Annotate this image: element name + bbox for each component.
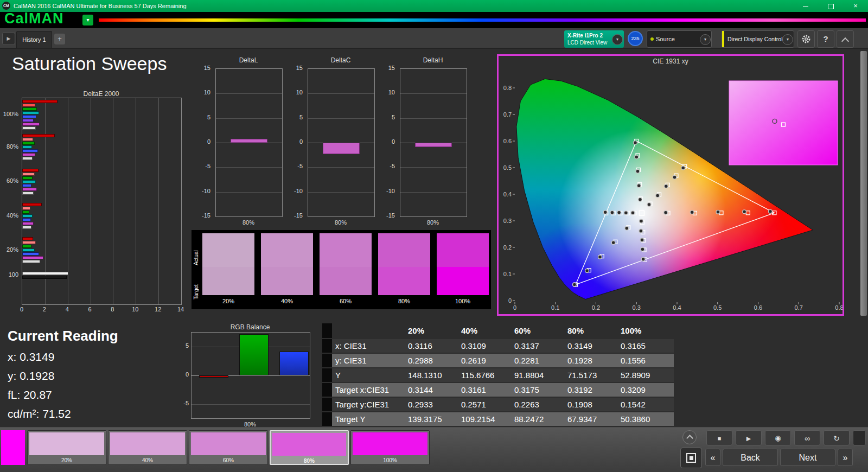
add-tab-button[interactable]: + — [54, 34, 65, 44]
deltac-bar — [323, 143, 360, 154]
deltah-y-tick: 5 — [392, 114, 395, 120]
deltae-bar — [22, 272, 68, 275]
gridline — [308, 167, 374, 168]
table-row-lead — [322, 368, 332, 382]
table-cell: 71.5173 — [567, 371, 621, 380]
pattern-button-20[interactable]: 20% — [27, 430, 106, 465]
collapse-panel-button[interactable] — [837, 30, 854, 48]
stop-button[interactable]: ■ — [706, 430, 732, 445]
svg-text:0.3: 0.3 — [633, 304, 641, 311]
pattern-count-badge[interactable]: 235 — [628, 31, 643, 46]
deltac-x-label: 80% — [308, 219, 374, 226]
table-cell: 88.2472 — [514, 414, 567, 424]
swatch-label: 60% — [320, 295, 372, 307]
cie-panel: CIE 1931 xy — [497, 54, 844, 316]
help-button[interactable]: ? — [817, 30, 834, 48]
deltal-chart — [215, 68, 283, 217]
pattern-button-80[interactable]: 80% — [270, 430, 349, 465]
deltae-bar — [22, 237, 33, 240]
source-dropdown-arrow[interactable]: ▾ — [700, 34, 711, 45]
deltah-title: DeltaH — [400, 56, 466, 64]
svg-text:0.6: 0.6 — [754, 304, 762, 311]
display-control-dropdown-arrow[interactable]: ▾ — [782, 34, 793, 45]
deltal-y-tick: -10 — [202, 188, 210, 194]
pattern-button-40[interactable]: 40% — [108, 430, 187, 465]
gridline — [113, 98, 113, 304]
tab-history-1[interactable]: History 1 — [16, 31, 52, 48]
deltae-bar — [22, 260, 40, 263]
table-row-lead — [322, 383, 332, 397]
settings-button[interactable] — [797, 30, 815, 48]
deltae-x-tick: 6 — [86, 306, 94, 312]
expand-pattern-panel-button[interactable] — [682, 430, 697, 444]
deltae-bar — [22, 276, 67, 279]
table-cell: 0.3209 — [621, 385, 674, 394]
deltae-bar — [22, 248, 35, 252]
last-page-button[interactable]: » — [838, 449, 853, 466]
table-corner — [322, 323, 332, 338]
svg-text:0.8: 0.8 — [503, 85, 512, 91]
logo-menu-button[interactable]: ▾ — [82, 15, 93, 25]
gridline — [308, 192, 374, 193]
maximize-button[interactable] — [818, 0, 843, 12]
deltae-y-axis: 100%80%60%40%20%100 — [0, 98, 21, 304]
deltae-bar — [22, 188, 37, 191]
svg-text:0.6: 0.6 — [503, 138, 512, 144]
deltae-x-tick: 0 — [17, 306, 26, 312]
pattern-button-color — [272, 433, 346, 456]
pattern-button-label: 40% — [108, 457, 187, 464]
deltah-y-tick: -10 — [386, 188, 395, 194]
table-row-label: y: CIE31 — [332, 356, 408, 365]
pattern-button-60[interactable]: 60% — [189, 430, 268, 465]
table-cell: 0.3175 — [514, 385, 567, 394]
rgb-y-tick: 0 — [186, 371, 189, 378]
minimize-button[interactable] — [793, 0, 818, 12]
deltae-bar — [22, 207, 30, 210]
gridline — [216, 93, 282, 94]
table-row-label: x: CIE31 — [332, 341, 408, 350]
window-icon-fill — [690, 456, 693, 460]
rgb-balance-chart — [191, 332, 310, 419]
swatch-label: 80% — [378, 295, 430, 307]
gridline — [216, 167, 282, 168]
pattern-button-label: 60% — [189, 457, 267, 464]
table-row: Target Y139.3175109.215488.247267.934750… — [322, 412, 674, 426]
table-cell: 115.6766 — [461, 371, 514, 380]
svg-text:0.5: 0.5 — [503, 164, 512, 171]
tab-nav-button[interactable]: ▶ — [2, 32, 15, 45]
swatch-target — [320, 267, 372, 295]
rgb-bar-green — [239, 334, 269, 375]
rgb-balance-block: RGB Balance 50-5 80% — [179, 323, 312, 430]
deltae-bar — [22, 252, 39, 256]
pattern-button-color — [110, 432, 185, 455]
meter-dropdown-arrow[interactable]: ▾ — [612, 34, 623, 45]
capture-button[interactable]: ◉ — [765, 430, 791, 445]
deltah-y-tick: 0 — [392, 138, 395, 145]
next-button[interactable]: Next — [780, 449, 835, 466]
deltae-bar — [22, 203, 42, 206]
deltae-bar — [22, 115, 36, 118]
deltae-bar — [22, 192, 34, 195]
deltae-bar — [22, 100, 58, 103]
side-panel-handle[interactable] — [860, 51, 867, 316]
deltae-bar — [22, 111, 39, 114]
play-button[interactable]: ▶ — [736, 430, 762, 445]
pattern-button-100[interactable]: 100% — [350, 430, 430, 465]
gridline — [216, 192, 282, 193]
deltae-x-tick: 2 — [40, 306, 49, 312]
svg-text:0: 0 — [508, 297, 512, 304]
first-page-button[interactable]: « — [705, 449, 720, 466]
continuous-read-button[interactable]: ∞ — [794, 430, 820, 445]
current-reading-y: y: 0.1928 — [8, 369, 54, 382]
deltae-chart-title: DeltaE 2000 — [22, 90, 181, 98]
pattern-preview — [1, 430, 25, 465]
back-button[interactable]: Back — [723, 449, 778, 466]
swatch-cell: 60% — [320, 233, 372, 307]
refresh-button[interactable]: ↻ — [824, 430, 850, 445]
deltal-title: DeltaL — [215, 56, 282, 64]
deltae-x-tick: 14 — [176, 306, 185, 312]
table-cell: 0.2571 — [461, 400, 514, 409]
rgb-y-tick: 5 — [186, 342, 189, 349]
close-button[interactable]: × — [843, 0, 868, 12]
pattern-window-button[interactable] — [680, 448, 702, 468]
